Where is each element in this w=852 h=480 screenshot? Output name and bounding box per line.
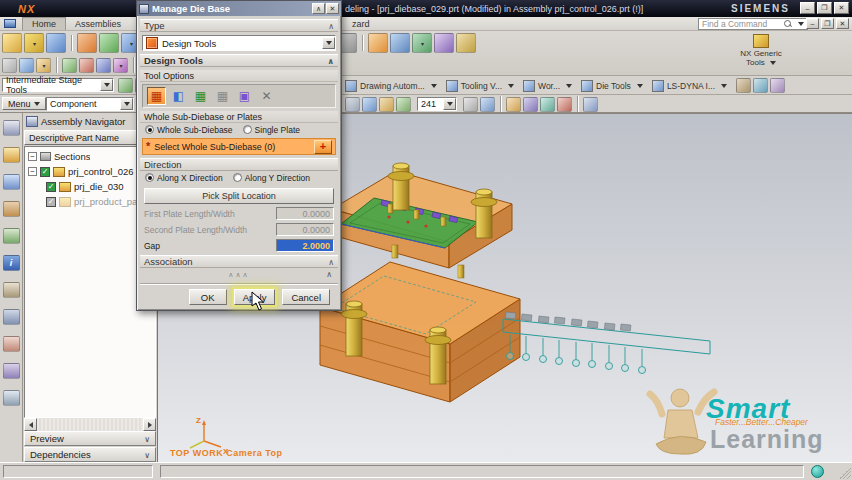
- resource-bar-icon[interactable]: [3, 390, 20, 406]
- toolbar-icon[interactable]: [583, 97, 598, 112]
- design-tools-section-header[interactable]: Design Tools: [140, 54, 338, 67]
- window-restore-button[interactable]: ❒: [821, 18, 834, 29]
- toolbar-icon[interactable]: [79, 58, 94, 73]
- status-indicator-icon[interactable]: [811, 465, 824, 478]
- combo-dropdown-button[interactable]: [443, 98, 456, 110]
- type-combo[interactable]: Design Tools: [142, 35, 336, 51]
- toolbar-icon[interactable]: [390, 33, 410, 53]
- toolbar-icon[interactable]: [362, 97, 377, 112]
- dialog-expander[interactable]: ∧∧∧: [140, 270, 338, 280]
- collapse-chevron-icon[interactable]: [328, 256, 334, 267]
- toolbar-icon[interactable]: ▾: [412, 33, 432, 53]
- toolbar-icon[interactable]: [770, 78, 785, 93]
- checkbox-checked-icon[interactable]: [46, 182, 56, 192]
- radio-whole-subdiebase[interactable]: Whole Sub-Diebase: [145, 125, 233, 135]
- tool-option-icon[interactable]: ▦: [191, 87, 210, 105]
- toolbar-icon[interactable]: [506, 97, 521, 112]
- toolbar-icon[interactable]: [434, 33, 454, 53]
- toolbar-icon[interactable]: [463, 97, 478, 112]
- menu-button[interactable]: Menu: [2, 97, 46, 110]
- resource-bar-icon[interactable]: [3, 120, 20, 136]
- collapse-chevron-icon[interactable]: [328, 20, 334, 31]
- toolbar-icon[interactable]: ▾: [113, 58, 128, 73]
- radio-along-x[interactable]: Along X Direction: [145, 173, 223, 183]
- zoom-value-box[interactable]: 241: [417, 97, 457, 111]
- association-section-header[interactable]: Association: [140, 255, 338, 268]
- checkbox-suppressed-icon[interactable]: [46, 197, 56, 207]
- combo-dropdown-button[interactable]: [100, 79, 113, 91]
- toolbar-icon[interactable]: [456, 33, 476, 53]
- scroll-right-button[interactable]: [143, 418, 156, 431]
- dropdown-arrow-icon[interactable]: [798, 22, 804, 26]
- toolbar-icon[interactable]: ▾: [24, 33, 44, 53]
- combo-dropdown-button[interactable]: [120, 98, 133, 110]
- horizontal-scrollbar[interactable]: [24, 418, 156, 431]
- checkbox-checked-icon[interactable]: [40, 167, 50, 177]
- group-ls-dyna[interactable]: LS-DYNA I...: [652, 80, 727, 92]
- window-close-button[interactable]: ✕: [836, 18, 849, 29]
- combo-dropdown-button[interactable]: [322, 37, 335, 49]
- group-work[interactable]: Wor...: [523, 80, 572, 92]
- resource-bar-icon[interactable]: [3, 201, 20, 217]
- tab-assemblies[interactable]: Assemblies: [66, 17, 130, 30]
- restore-button[interactable]: ❒: [817, 2, 832, 14]
- toolbar-icon[interactable]: [523, 97, 538, 112]
- toolbar-icon[interactable]: ▾: [36, 58, 51, 73]
- toolbar-icon[interactable]: [62, 58, 77, 73]
- resource-bar-icon[interactable]: [3, 282, 20, 298]
- toolbar-icon[interactable]: [557, 97, 572, 112]
- toolbar-icon[interactable]: [96, 58, 111, 73]
- cancel-button[interactable]: Cancel: [282, 289, 330, 305]
- search-icon[interactable]: [784, 20, 792, 28]
- die-base-model[interactable]: [320, 163, 520, 402]
- toolbar-icon[interactable]: [2, 58, 17, 73]
- window-minimize-button[interactable]: –: [806, 18, 819, 29]
- pick-split-location-button[interactable]: Pick Split Location: [144, 188, 334, 204]
- tab-home[interactable]: Home: [22, 17, 66, 30]
- resize-grip[interactable]: [839, 467, 851, 479]
- first-plate-input[interactable]: 0.0000: [276, 207, 334, 220]
- tab-wizard-partial[interactable]: zard: [343, 17, 379, 30]
- resource-bar-icon[interactable]: [3, 363, 20, 379]
- toolbar-icon[interactable]: [2, 33, 22, 53]
- resource-bar-icon[interactable]: [3, 228, 20, 244]
- second-plate-input[interactable]: 0.0000: [276, 223, 334, 236]
- toolbar-icon[interactable]: [396, 97, 411, 112]
- close-button[interactable]: ✕: [834, 2, 849, 14]
- dialog-titlebar[interactable]: Manage Die Base ∧✕: [137, 1, 341, 16]
- gap-input[interactable]: 2.0000: [276, 239, 334, 252]
- type-section-header[interactable]: Type: [140, 19, 338, 32]
- runner-strip[interactable]: [503, 312, 710, 374]
- add-selection-button[interactable]: [314, 140, 332, 154]
- direction-section-header[interactable]: Direction: [140, 158, 338, 171]
- toolbar-icon[interactable]: [753, 78, 768, 93]
- toolbar-icon[interactable]: [46, 33, 66, 53]
- resource-bar-icon[interactable]: [3, 336, 20, 352]
- toolbar-icon[interactable]: [379, 97, 394, 112]
- resource-bar-icon[interactable]: [3, 147, 20, 163]
- group-drawing-automation[interactable]: Drawing Autom...: [345, 80, 437, 92]
- dialog-collapse-button[interactable]: ∧: [312, 3, 325, 14]
- stage-tools-combo[interactable]: Intermediate Stage Tools: [2, 78, 114, 92]
- split-diebase-tool-icon[interactable]: ▦: [147, 87, 166, 105]
- app-menu-icon[interactable]: [4, 19, 16, 28]
- dependencies-section-header[interactable]: Dependencies: [24, 447, 156, 462]
- group-die-tools[interactable]: Die Tools: [581, 80, 643, 92]
- collapse-chevron-icon[interactable]: [328, 55, 335, 66]
- expander-icon[interactable]: [28, 167, 37, 176]
- resource-bar-icon[interactable]: [3, 309, 20, 325]
- nx-generic-tools-group[interactable]: NX Generic Tools: [728, 34, 794, 67]
- ok-button[interactable]: OK: [189, 289, 227, 305]
- scrollbar-track[interactable]: [37, 418, 143, 431]
- toolbar-icon[interactable]: [99, 33, 119, 53]
- toolbar-icon[interactable]: [540, 97, 555, 112]
- toolbar-icon[interactable]: [118, 78, 133, 93]
- select-whole-subdiebase-row[interactable]: * Select Whole Sub-Diebase (0): [142, 138, 336, 155]
- delete-tool-icon[interactable]: ✕: [257, 87, 276, 105]
- expander-icon[interactable]: [28, 152, 37, 161]
- toolbar-icon[interactable]: [77, 33, 97, 53]
- toolbar-icon[interactable]: [480, 97, 495, 112]
- component-filter-combo[interactable]: Component: [46, 97, 134, 111]
- tool-option-icon[interactable]: ▣: [235, 87, 254, 105]
- manage-die-base-dialog[interactable]: Manage Die Base ∧✕ Type Design Tools Des…: [136, 0, 342, 311]
